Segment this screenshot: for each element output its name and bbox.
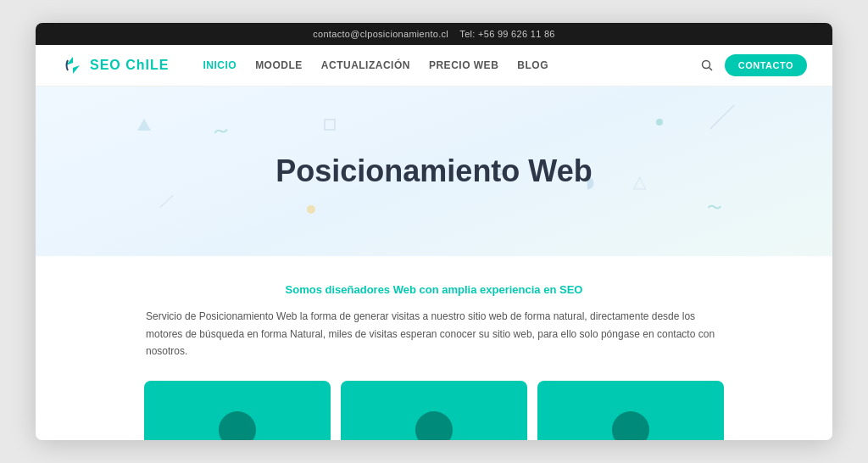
card-2[interactable] <box>341 381 527 440</box>
logo-text: SEO ChILE <box>90 58 169 73</box>
card-3[interactable] <box>537 381 724 440</box>
svg-line-1 <box>709 68 712 71</box>
content-section: Somos diseñadores Web con amplia experie… <box>36 256 832 439</box>
deco-arrow: ╱ <box>160 192 174 210</box>
card-avatar-3 <box>612 411 649 440</box>
logo-icon <box>61 53 85 77</box>
top-bar: contacto@clposicionamiento.cl Tel: +56 9… <box>36 23 832 45</box>
contact-phone: Tel: +56 99 626 11 86 <box>459 29 554 39</box>
contact-button[interactable]: CONTACTO <box>725 54 807 76</box>
deco-squiggle2: 〜 <box>707 198 722 218</box>
hero-title: Posicionamiento Web <box>275 153 592 189</box>
hero-section: 〜 ╱ △ 〜 ◗ Posicionamiento Web ▷ <box>36 86 832 256</box>
nav-link-precio-web[interactable]: PRECIO WEB <box>429 59 498 71</box>
browser-window: contacto@clposicionamiento.cl Tel: +56 9… <box>36 23 832 439</box>
nav-links: INICIO MOODLE ACTUALIZACIÓN PRECIO WEB B… <box>203 59 700 71</box>
search-button[interactable] <box>701 59 713 71</box>
nav-link-inicio[interactable]: INICIO <box>203 59 236 71</box>
svg-point-0 <box>702 61 709 69</box>
deco-dot-yellow <box>307 205 315 214</box>
search-icon <box>701 59 713 71</box>
deco-triangle <box>137 119 151 131</box>
deco-dot1 <box>656 119 663 126</box>
card-avatar-2 <box>415 411 453 440</box>
cards-row <box>86 381 782 440</box>
nav-link-moodle[interactable]: MOODLE <box>255 59 303 71</box>
deco-squiggle1: 〜 <box>212 121 231 144</box>
nav-link-blog[interactable]: BLOG <box>517 59 548 71</box>
deco-rect <box>324 119 336 131</box>
section-description: Servicio de Posicionamiento Web la forma… <box>146 308 722 360</box>
navbar: SEO ChILE INICIO MOODLE ACTUALIZACIÓN PR… <box>36 45 832 86</box>
card-1[interactable] <box>144 381 331 440</box>
contact-email: contacto@clposicionamiento.cl <box>313 29 448 39</box>
deco-chevron: △ <box>633 171 646 192</box>
deco-line1 <box>709 105 735 131</box>
nav-link-actualizacion[interactable]: ACTUALIZACIÓN <box>321 59 410 71</box>
card-avatar-1 <box>219 411 256 440</box>
logo[interactable]: SEO ChILE <box>61 53 169 77</box>
section-subtitle: Somos diseñadores Web con amplia experie… <box>86 283 782 296</box>
nav-right: CONTACTO <box>701 54 807 76</box>
